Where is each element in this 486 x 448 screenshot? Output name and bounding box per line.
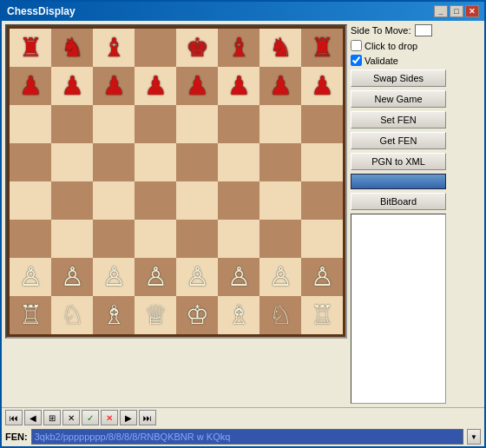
get-fen-button[interactable]: Get FEN [351, 132, 446, 149]
board-cell-5-4[interactable] [176, 220, 218, 258]
board-cell-4-0[interactable] [10, 181, 51, 220]
fen-input[interactable] [31, 429, 463, 445]
board-cell-4-2[interactable] [93, 181, 135, 220]
board-cell-1-2[interactable]: ♟ [93, 67, 135, 105]
board-cell-2-2[interactable] [93, 105, 135, 143]
piece-bp: ♟ [102, 73, 126, 99]
board-cell-5-6[interactable] [259, 220, 301, 258]
board-cell-6-7[interactable]: ♙ [301, 258, 343, 296]
piece-wp: ♙ [186, 264, 209, 290]
board-cell-3-0[interactable] [10, 143, 51, 181]
board-cell-4-5[interactable] [218, 181, 259, 220]
board-cell-1-1[interactable]: ♟ [51, 67, 93, 105]
piece-wp: ♙ [311, 264, 334, 290]
board-cell-3-4[interactable] [176, 143, 218, 181]
nav-first-button[interactable]: ⏮ [5, 410, 23, 425]
board-cell-4-3[interactable] [135, 181, 176, 220]
board-cell-5-7[interactable] [301, 220, 343, 258]
board-cell-4-4[interactable] [176, 181, 218, 220]
board-cell-5-2[interactable] [93, 220, 135, 258]
board-cell-1-6[interactable]: ♟ [259, 67, 301, 105]
board-cell-7-4[interactable]: ♔ [176, 296, 218, 334]
board-cell-6-1[interactable]: ♙ [51, 258, 93, 296]
bitboard-button[interactable]: BitBoard [351, 193, 446, 210]
board-cell-4-6[interactable] [259, 181, 301, 220]
board-cell-2-3[interactable] [135, 105, 176, 143]
board-cell-6-5[interactable]: ♙ [218, 258, 259, 296]
maximize-button[interactable]: □ [450, 5, 463, 17]
board-cell-0-4[interactable]: ♚ [176, 29, 218, 67]
board-cell-1-5[interactable]: ♟ [218, 67, 259, 105]
board-cell-3-3[interactable] [135, 143, 176, 181]
swap-sides-button[interactable]: Swap Sides [351, 69, 446, 87]
new-game-button[interactable]: New Game [351, 90, 446, 108]
board-cell-0-5[interactable]: ♝ [218, 29, 259, 67]
board-cell-0-0[interactable]: ♜ [10, 29, 51, 67]
board-cell-2-0[interactable] [10, 105, 51, 143]
nav-grid-button[interactable]: ⊞ [43, 410, 61, 425]
piece-bb: ♝ [227, 35, 251, 61]
board-cell-7-7[interactable]: ♖ [301, 296, 343, 334]
board-cell-3-5[interactable] [218, 143, 259, 181]
fen-dropdown-button[interactable]: ▼ [467, 429, 481, 445]
nav-check-button[interactable]: ✓ [82, 410, 99, 425]
board-cell-0-3[interactable] [135, 29, 176, 67]
board-cell-6-4[interactable]: ♙ [176, 258, 218, 296]
board-cell-6-2[interactable]: ♙ [93, 258, 135, 296]
piece-wb: ♗ [102, 302, 126, 328]
board-cell-5-0[interactable] [10, 220, 51, 258]
pgn-to-xml-button[interactable]: PGN to XML [351, 153, 446, 170]
validate-row: Validate [351, 55, 446, 66]
nav-delete-button[interactable]: ✕ [62, 410, 80, 425]
board-cell-4-7[interactable] [301, 181, 343, 220]
board-cell-1-0[interactable]: ♟ [10, 67, 51, 105]
board-cell-5-5[interactable] [218, 220, 259, 258]
board-cell-6-0[interactable]: ♙ [10, 258, 51, 296]
piece-wp: ♙ [19, 264, 43, 290]
board-cell-7-5[interactable]: ♗ [218, 296, 259, 334]
nav-prev-button[interactable]: ◀ [24, 410, 42, 425]
click-to-drop-label: Click to drop [364, 41, 417, 51]
board-cell-2-4[interactable] [176, 105, 218, 143]
board-cell-2-7[interactable] [301, 105, 343, 143]
main-window: ChessDisplay _ □ ✕ ♜♞♝♚♝♞♜♟♟♟♟♟♟♟♟♙♙♙♙♙♙… [0, 0, 486, 448]
board-cell-3-6[interactable] [259, 143, 301, 181]
board-cell-6-3[interactable]: ♙ [135, 258, 176, 296]
board-cell-0-2[interactable]: ♝ [93, 29, 135, 67]
chess-board[interactable]: ♜♞♝♚♝♞♜♟♟♟♟♟♟♟♟♙♙♙♙♙♙♙♙♖♘♗♕♔♗♘♖ [7, 26, 345, 337]
board-cell-1-3[interactable]: ♟ [135, 67, 176, 105]
board-cell-3-7[interactable] [301, 143, 343, 181]
piece-bp: ♟ [311, 73, 334, 99]
board-cell-0-1[interactable]: ♞ [51, 29, 93, 67]
nav-x-button[interactable]: ✕ [101, 410, 118, 425]
board-cell-2-5[interactable] [218, 105, 259, 143]
board-cell-7-3[interactable]: ♕ [135, 296, 176, 334]
board-cell-0-6[interactable]: ♞ [259, 29, 301, 67]
board-cell-3-1[interactable] [51, 143, 93, 181]
board-cell-7-0[interactable]: ♖ [10, 296, 51, 334]
board-cell-5-1[interactable] [51, 220, 93, 258]
minimize-button[interactable]: _ [434, 5, 448, 17]
board-cell-7-6[interactable]: ♘ [259, 296, 301, 334]
board-cell-1-4[interactable]: ♟ [176, 67, 218, 105]
board-cell-7-1[interactable]: ♘ [51, 296, 93, 334]
output-box[interactable] [351, 214, 446, 404]
nav-last-button[interactable]: ⏭ [139, 410, 156, 425]
board-cell-0-7[interactable]: ♜ [301, 29, 343, 67]
set-fen-button[interactable]: Set FEN [351, 111, 446, 128]
piece-bp: ♟ [61, 73, 84, 99]
board-cell-4-1[interactable] [51, 181, 93, 220]
piece-wq: ♕ [144, 302, 167, 328]
nav-next-button[interactable]: ▶ [120, 410, 137, 425]
board-cell-3-2[interactable] [93, 143, 135, 181]
board-cell-7-2[interactable]: ♗ [93, 296, 135, 334]
board-cell-5-3[interactable] [135, 220, 176, 258]
blue-bar [351, 174, 446, 189]
close-button[interactable]: ✕ [465, 5, 479, 17]
board-cell-2-6[interactable] [259, 105, 301, 143]
click-to-drop-checkbox[interactable] [351, 40, 362, 51]
board-cell-6-6[interactable]: ♙ [259, 258, 301, 296]
board-cell-1-7[interactable]: ♟ [301, 67, 343, 105]
board-cell-2-1[interactable] [51, 105, 93, 143]
validate-checkbox[interactable] [351, 55, 362, 66]
